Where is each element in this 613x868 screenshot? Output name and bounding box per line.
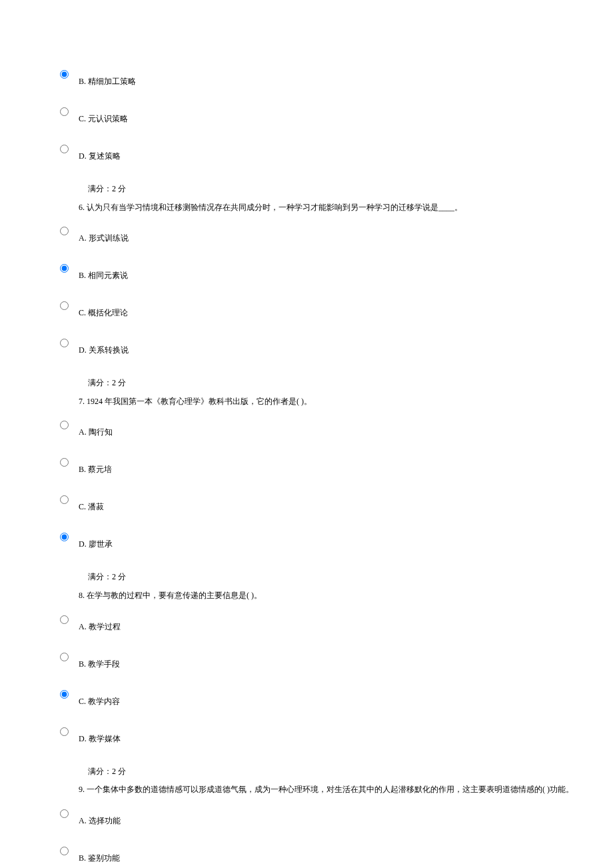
radio-cell [60,70,79,81]
option-radio[interactable] [60,727,69,736]
question-block: 满分：2 分6. 认为只有当学习情境和迁移测验情况存在共同成分时，一种学习才能影… [79,182,613,215]
option-text: D. 教学媒体 [79,727,121,745]
option-row: B. 精细加工策略 [60,70,613,87]
option-row: C. 潘菽 [60,495,613,513]
option-text: C. 元认识策略 [79,107,128,125]
option-row: A. 教学过程 [60,615,613,633]
option-text: B. 鉴别功能 [79,847,120,864]
option-radio[interactable] [60,70,69,79]
option-text: A. 形式训练说 [79,227,129,244]
option-radio[interactable] [60,264,69,273]
option-text: B. 相同元素说 [79,264,128,281]
radio-cell [60,145,79,156]
option-radio[interactable] [60,301,69,310]
question-stem: 9. 一个集体中多数的道德情感可以形成道德气氛，成为一种心理环境，对生活在其中的… [79,783,613,797]
option-text: D. 复述策略 [79,145,121,162]
option-row: C. 概括化理论 [60,301,613,319]
question-block: 满分：2 分7. 1924 年我国第一本《教育心理学》教科书出版，它的作者是( … [79,376,613,409]
option-radio[interactable] [60,339,69,347]
score-text: 满分：2 分 [88,765,613,779]
option-row: A. 陶行知 [60,421,613,438]
question-block: 满分：2 分8. 在学与教的过程中，要有意传递的主要信息是( )。 [79,570,613,603]
option-radio[interactable] [60,458,69,467]
option-radio[interactable] [60,653,69,661]
radio-cell [60,264,79,275]
radio-cell [60,458,79,469]
question-stem: 8. 在学与教的过程中，要有意传递的主要信息是( )。 [79,589,613,603]
question-stem: 6. 认为只有当学习情境和迁移测验情况存在共同成分时，一种学习才能影响到另一种学… [79,201,613,215]
option-text: A. 选择功能 [79,809,121,827]
option-row: B. 蔡元培 [60,458,613,475]
radio-cell [60,653,79,664]
radio-cell [60,339,79,350]
option-radio[interactable] [60,809,69,818]
question-block: 满分：2 分9. 一个集体中多数的道德情感可以形成道德气氛，成为一种心理环境，对… [79,765,613,797]
question-stem: 7. 1924 年我国第一本《教育心理学》教科书出版，它的作者是( )。 [79,395,613,409]
option-row: D. 廖世承 [60,533,613,550]
option-radio[interactable] [60,145,69,153]
option-row: B. 教学手段 [60,653,613,670]
option-text: D. 廖世承 [79,533,113,550]
option-row: A. 形式训练说 [60,227,613,244]
option-radio[interactable] [60,107,69,116]
option-text: B. 蔡元培 [79,458,112,475]
radio-cell [60,495,79,507]
option-radio[interactable] [60,421,69,429]
radio-cell [60,615,79,627]
option-row: D. 教学媒体 [60,727,613,745]
score-text: 满分：2 分 [88,182,613,197]
option-row: D. 关系转换说 [60,339,613,356]
score-text: 满分：2 分 [88,376,613,391]
option-text: B. 精细加工策略 [79,70,136,87]
option-text: D. 关系转换说 [79,339,129,356]
option-text: A. 教学过程 [79,615,121,633]
option-radio[interactable] [60,227,69,235]
option-radio[interactable] [60,615,69,624]
score-text: 满分：2 分 [88,570,613,585]
radio-cell [60,533,79,544]
option-radio[interactable] [60,690,69,699]
option-radio[interactable] [60,533,69,541]
option-row: C. 元认识策略 [60,107,613,125]
option-text: B. 教学手段 [79,653,120,670]
radio-cell [60,227,79,238]
radio-cell [60,421,79,432]
radio-cell [60,727,79,739]
option-text: A. 陶行知 [79,421,113,438]
option-text: C. 教学内容 [79,690,120,707]
option-row: B. 相同元素说 [60,264,613,281]
radio-cell [60,301,79,313]
option-text: C. 潘菽 [79,495,104,513]
radio-cell [60,847,79,858]
option-radio[interactable] [60,495,69,504]
radio-cell [60,809,79,821]
option-row: D. 复述策略 [60,145,613,162]
option-row: A. 选择功能 [60,809,613,827]
radio-cell [60,690,79,701]
option-row: B. 鉴别功能 [60,847,613,864]
option-text: C. 概括化理论 [79,301,128,319]
option-radio[interactable] [60,847,69,855]
option-row: C. 教学内容 [60,690,613,707]
radio-cell [60,107,79,119]
